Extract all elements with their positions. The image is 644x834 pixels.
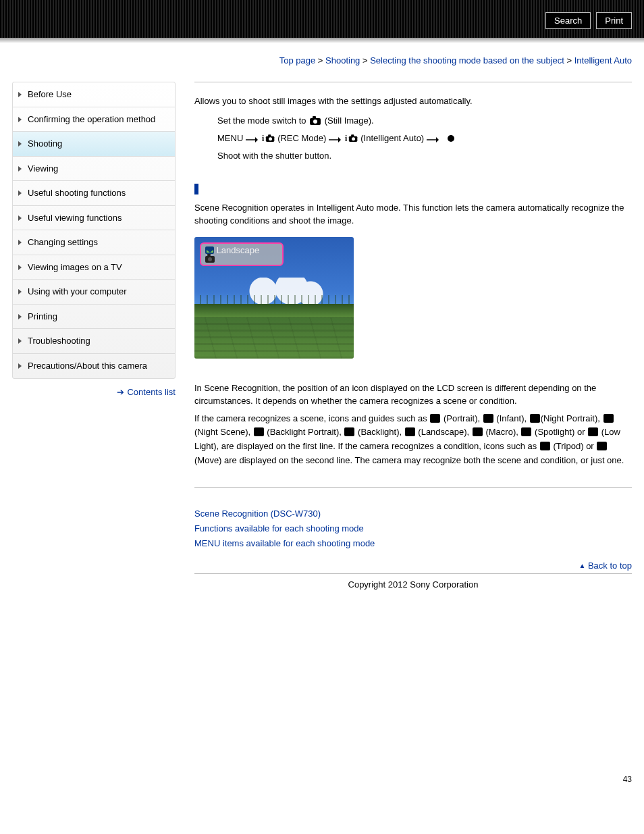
sidebar-item-label: Before Use	[28, 89, 72, 99]
svg-text:i: i	[345, 134, 348, 143]
macro-icon	[473, 427, 483, 436]
scene-paragraph-2: If the camera recognizes a scene, icons …	[194, 412, 632, 468]
sidebar-item-label: Changing settings	[28, 237, 98, 247]
sidebar-item-useful-shooting[interactable]: Useful shooting functions	[13, 181, 175, 206]
backlight-icon	[344, 427, 354, 436]
sidebar-item-shooting[interactable]: Shooting	[13, 132, 175, 157]
divider	[194, 487, 632, 488]
print-button[interactable]: Print	[596, 12, 632, 29]
breadcrumb-subcategory[interactable]: Selecting the shooting mode based on the…	[370, 55, 564, 66]
arrow-right-icon: ➔	[117, 387, 124, 397]
header-buttons: Search Print	[545, 12, 632, 29]
portrait-icon	[430, 414, 440, 423]
step-2: MENU i (REC Mode) i (Intelligent Auto)	[217, 130, 632, 147]
sidebar-item-changing-settings[interactable]: Changing settings	[13, 230, 175, 255]
sidebar-item-label: Viewing images on a TV	[28, 262, 122, 272]
contents-list-link[interactable]: Contents list	[127, 387, 176, 397]
low-light-icon	[588, 427, 598, 436]
sidebar-item-label: Useful viewing functions	[28, 213, 122, 223]
step-1: Set the mode switch to (Still Image).	[217, 112, 632, 130]
lcd-scene-badge: Landscape	[200, 242, 284, 266]
sidebar-item-precautions[interactable]: Precautions/About this camera	[13, 354, 175, 378]
breadcrumb: Top page > Shooting > Selecting the shoo…	[12, 55, 632, 66]
sidebar-item-label: Using with your computer	[28, 286, 127, 296]
sidebar-item-viewing-tv[interactable]: Viewing images on a TV	[13, 255, 175, 280]
sidebar-item-useful-viewing[interactable]: Useful viewing functions	[13, 206, 175, 231]
lcd-sample-image: Landscape	[194, 237, 354, 359]
breadcrumb-category[interactable]: Shooting	[325, 55, 360, 66]
svg-marker-10	[338, 137, 341, 142]
page-number: 43	[623, 775, 632, 784]
sidebar-item-label: Troubleshooting	[28, 336, 90, 346]
search-button[interactable]: Search	[545, 12, 591, 29]
copyright-text: Copyright 2012 Sony Corporation	[194, 579, 632, 590]
link-menu-items-available[interactable]: MENU items available for each shooting m…	[194, 538, 375, 548]
svg-rect-1	[313, 116, 316, 119]
intro-text: Allows you to shoot still images with th…	[194, 95, 632, 108]
sidebar-item-viewing[interactable]: Viewing	[13, 157, 175, 182]
breadcrumb-current[interactable]: Intelligent Auto	[574, 55, 632, 66]
svg-marker-16	[436, 137, 439, 142]
sidebar-nav: Before Use Confirming the operation meth…	[12, 82, 176, 379]
sidebar-item-computer[interactable]: Using with your computer	[13, 280, 175, 305]
back-to-top-wrap: ▲ Back to top	[194, 561, 632, 571]
svg-rect-13	[351, 134, 354, 136]
link-scene-recognition[interactable]: Scene Recognition (DSC-W730)	[194, 509, 321, 519]
svg-point-2	[313, 120, 317, 124]
divider	[194, 82, 632, 82]
move-icon	[597, 442, 607, 450]
svg-rect-7	[268, 134, 271, 136]
svg-point-8	[269, 137, 272, 140]
camera-icon	[308, 114, 322, 124]
sidebar-item-label: Precautions/About this camera	[28, 361, 147, 371]
sidebar-item-label: Shooting	[28, 138, 62, 149]
sidebar-item-printing[interactable]: Printing	[13, 305, 175, 330]
link-functions-available[interactable]: Functions available for each shooting mo…	[194, 523, 364, 533]
section-marker-icon	[194, 184, 198, 194]
scene-intro-text: Scene Recognition operates in Intelligen…	[194, 201, 632, 228]
landscape-icon	[405, 427, 415, 436]
backlight-portrait-icon	[254, 427, 264, 436]
infant-icon	[483, 414, 493, 423]
main-content: Allows you to shoot still images with th…	[194, 82, 632, 590]
breadcrumb-top[interactable]: Top page	[279, 55, 316, 66]
lcd-scene-label: Landscape	[217, 245, 260, 255]
landscape-scene-icon	[205, 246, 214, 254]
intelligent-auto-icon: i	[345, 132, 358, 141]
tripod-icon	[540, 442, 550, 450]
sidebar-item-label: Viewing	[28, 163, 58, 174]
intelligent-auto-icon: i	[262, 132, 275, 141]
svg-point-14	[352, 137, 355, 140]
header-bar: Search Print	[0, 0, 644, 38]
spotlight-icon	[521, 427, 531, 436]
sidebar-item-label: Confirming the operation method	[28, 114, 155, 124]
svg-marker-4	[255, 137, 258, 142]
sidebar-item-before-use[interactable]: Before Use	[13, 82, 175, 107]
contents-list-link-wrap: ➔Contents list	[12, 387, 176, 397]
svg-text:i: i	[262, 134, 265, 143]
ok-dot-icon	[448, 135, 454, 142]
arrow-right-icon	[329, 132, 342, 141]
footer: Copyright 2012 Sony Corporation	[194, 573, 632, 590]
sidebar-item-confirming[interactable]: Confirming the operation method	[13, 107, 175, 132]
arrow-right-icon	[246, 132, 259, 141]
night-portrait-icon	[530, 414, 540, 423]
sidebar-item-label: Useful shooting functions	[28, 188, 126, 198]
back-to-top-link[interactable]: Back to top	[588, 561, 632, 571]
step-3: Shoot with the shutter button.	[217, 147, 632, 165]
steps-list: Set the mode switch to (Still Image). ME…	[217, 112, 632, 165]
arrow-right-icon	[427, 132, 440, 141]
triangle-up-icon: ▲	[579, 562, 585, 569]
sidebar-item-label: Printing	[28, 311, 57, 321]
camera-icon	[205, 256, 215, 263]
night-scene-icon	[603, 414, 614, 423]
sidebar: Before Use Confirming the operation meth…	[12, 82, 176, 590]
sidebar-item-troubleshooting[interactable]: Troubleshooting	[13, 329, 175, 354]
scene-paragraph-1: In Scene Recognition, the position of an…	[194, 382, 632, 408]
related-links: Scene Recognition (DSC-W730) Functions a…	[194, 506, 632, 551]
